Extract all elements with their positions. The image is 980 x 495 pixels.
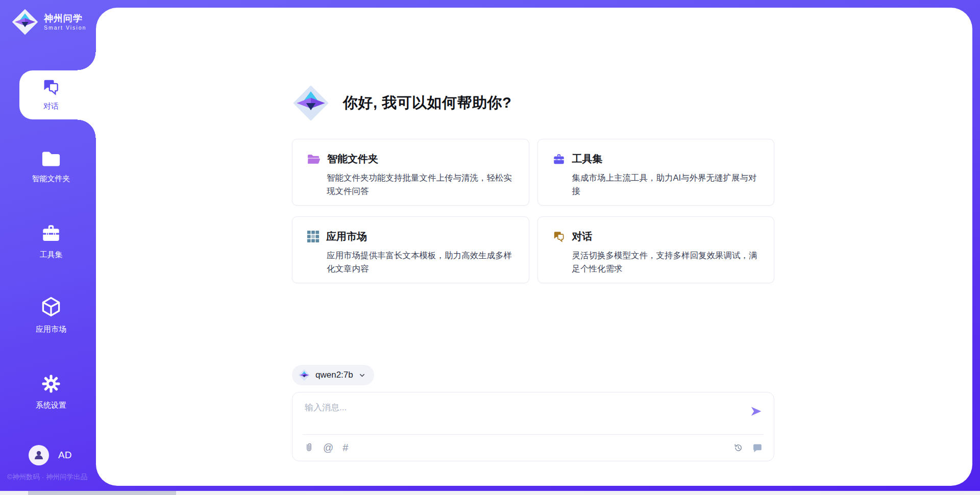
model-selector[interactable]: qwen2:7b [292, 365, 374, 385]
card-description: 智能文件夹功能支持批量文件上传与清洗，轻松实现文件问答 [327, 171, 514, 197]
attach-button[interactable] [304, 442, 314, 453]
card-title: 应用市场 [326, 230, 367, 243]
card-title: 对话 [572, 230, 593, 243]
tab-curve-bottom [78, 119, 96, 138]
card-chat[interactable]: 对话 灵活切换多模型文件，支持多样回复效果调试，满足个性化需求 [537, 216, 775, 283]
message-input[interactable] [304, 401, 729, 430]
sidebar-item-label: 智能文件夹 [15, 174, 87, 184]
chat-bubble-button[interactable] [752, 442, 763, 453]
card-title: 工具集 [572, 152, 603, 166]
history-button[interactable] [733, 442, 744, 453]
scrollbar-thumb[interactable] [28, 491, 176, 495]
cube-icon [40, 295, 62, 318]
copyright-text: ©神州数码 · 神州问学出品 [7, 473, 109, 482]
card-toolset[interactable]: 工具集 集成市场上主流工具，助力AI与外界无缝扩展与对接 [537, 139, 775, 206]
brand-diamond-icon [11, 8, 39, 36]
greeting-logo-icon [292, 84, 330, 122]
send-icon [749, 405, 763, 418]
gear-icon [40, 373, 62, 394]
paperclip-icon [304, 442, 314, 453]
chat-icon [41, 78, 61, 97]
apps-grid-icon [307, 230, 320, 243]
send-button[interactable] [749, 405, 763, 418]
sidebar-item-chat[interactable]: 对话 [19, 70, 101, 119]
feature-cards: 智能文件夹 智能文件夹功能支持批量文件上传与清洗，轻松实现文件问答 工具集 集成… [292, 139, 774, 283]
user-name: AD [58, 450, 71, 461]
message-composer: @ # [292, 392, 774, 461]
model-name: qwen2:7b [315, 370, 353, 380]
greeting-block: 你好, 我可以如何帮助你? [292, 84, 774, 122]
card-description: 集成市场上主流工具，助力AI与外界无缝扩展与对接 [572, 171, 760, 197]
folder-icon [40, 150, 62, 168]
sidebar-item-label: 对话 [19, 102, 83, 111]
folder-open-icon [307, 153, 321, 165]
composer-divider [303, 434, 764, 435]
person-icon [33, 449, 45, 461]
card-description: 灵活切换多模型文件，支持多样回复效果调试，满足个性化需求 [572, 249, 760, 275]
app-logo: 神州问学 Smart Vision [11, 8, 86, 36]
sidebar-item-label: 应用市场 [15, 325, 87, 334]
chat-icon [552, 230, 566, 243]
sidebar-item-app-market[interactable]: 应用市场 [15, 295, 87, 334]
briefcase-icon [40, 222, 62, 244]
app-title: 神州问学 [44, 13, 86, 24]
tab-curve-top [78, 52, 96, 70]
greeting-title: 你好, 我可以如何帮助你? [343, 93, 511, 113]
hash-icon[interactable]: # [342, 442, 348, 453]
at-sign-icon[interactable]: @ [323, 442, 333, 453]
model-logo-icon [298, 369, 310, 381]
sidebar-item-label: 工具集 [15, 250, 87, 260]
sidebar-item-smart-folder[interactable]: 智能文件夹 [15, 150, 87, 184]
app-subtitle: Smart Vision [44, 24, 86, 31]
chat-bubble-icon [752, 442, 763, 453]
sidebar-item-settings[interactable]: 系统设置 [15, 373, 87, 410]
card-app-market[interactable]: 应用市场 应用市场提供丰富长文本模板，助力高效生成多样化文章内容 [292, 216, 529, 283]
horizontal-scrollbar[interactable] [0, 491, 980, 495]
avatar [29, 445, 49, 465]
history-icon [733, 442, 744, 453]
card-smart-folder[interactable]: 智能文件夹 智能文件夹功能支持批量文件上传与清洗，轻松实现文件问答 [292, 139, 529, 206]
chevron-down-icon [358, 372, 366, 379]
sidebar-item-label: 系统设置 [15, 401, 87, 410]
user-profile[interactable]: AD [29, 445, 71, 465]
card-title: 智能文件夹 [327, 152, 378, 166]
card-description: 应用市场提供丰富长文本模板，助力高效生成多样化文章内容 [327, 249, 514, 275]
briefcase-icon [552, 153, 566, 166]
sidebar-item-toolset[interactable]: 工具集 [15, 222, 87, 260]
content-column: 你好, 我可以如何帮助你? 智能文件夹 智能文件夹功能支持批量文件上传与清洗，轻… [292, 8, 774, 461]
